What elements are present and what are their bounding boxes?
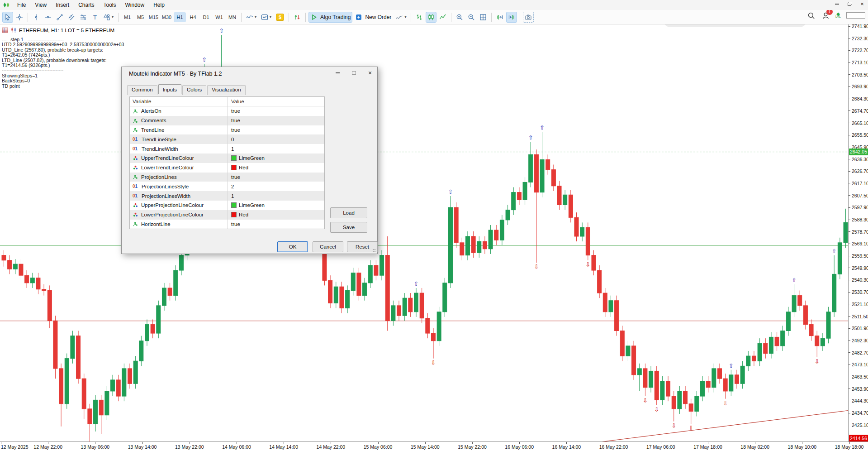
trend-line-tool[interactable] [54, 12, 65, 23]
screenshot-button[interactable] [523, 12, 534, 23]
value-cell[interactable]: true [227, 125, 324, 135]
input-row[interactable]: UpperTrendLineColourLimeGreen [130, 154, 324, 163]
input-row[interactable]: 01TrendLineWidth1 [130, 144, 324, 154]
zoom-in-button[interactable] [454, 12, 465, 23]
signal-up-arrow-icon: ⇧ [832, 248, 837, 254]
symbols-button[interactable]: $ [274, 12, 286, 23]
fibonacci-lines-tool[interactable] [78, 12, 89, 23]
value-cell[interactable]: 0 [227, 134, 324, 144]
timeframe-h4[interactable]: H4 [187, 12, 199, 22]
crosshair-tool[interactable] [14, 12, 25, 23]
value-cell[interactable]: true [227, 220, 324, 229]
input-row[interactable]: ProjectionLinestrue [130, 173, 324, 182]
dialog-maximize-button[interactable] [349, 69, 358, 77]
timeframe-h1[interactable]: H1 [174, 12, 186, 22]
value-cell[interactable]: 1 [227, 191, 324, 201]
trade-levels-button[interactable] [292, 12, 303, 23]
cancel-button[interactable]: Cancel [313, 241, 343, 252]
level-indicator[interactable]: ◆ LVL [835, 13, 841, 18]
value-cell[interactable]: true [227, 173, 324, 182]
menu-item-view[interactable]: View [30, 1, 51, 9]
dialog-minimize-button[interactable] [333, 69, 342, 77]
bars-chart-button[interactable] [414, 12, 425, 23]
cursor-tool[interactable] [2, 12, 13, 23]
time-tick-label: 14 May 14:00 [269, 444, 298, 450]
time-tick-label: 17 May 06:00 [646, 444, 675, 450]
value-cell[interactable]: true [227, 116, 324, 125]
ok-button[interactable]: OK [277, 241, 308, 252]
input-row[interactable]: 01ProjectionLinesStyle2 [130, 182, 324, 191]
input-row[interactable]: LowerProjectionLineColourRed [130, 210, 324, 220]
tick-mark [849, 256, 850, 256]
input-row[interactable]: 01TrendLineStyle0 [130, 134, 324, 144]
tab-colors[interactable]: Colors [182, 85, 206, 95]
input-row[interactable]: UpperProjectionLineColourLimeGreen [130, 201, 324, 210]
resize-grip[interactable] [373, 249, 376, 253]
profile-button[interactable]: 1 [821, 11, 830, 20]
projection-trend-line[interactable] [593, 410, 848, 441]
price-tick-label: 2674.70 [849, 108, 868, 114]
shift-end-button[interactable] [494, 12, 505, 23]
timeframe-m30[interactable]: M30 [161, 12, 173, 22]
depth-of-market-dropdown[interactable]: ▾ [394, 12, 408, 23]
tab-common[interactable]: Common [127, 85, 157, 95]
timeframe-mn[interactable]: MN [226, 12, 238, 22]
candlestick-chart-button[interactable] [426, 12, 436, 23]
vertical-line-tool[interactable] [31, 12, 42, 23]
tick-mark [849, 159, 850, 159]
value-cell[interactable]: LimeGreen [227, 201, 324, 210]
new-order-button[interactable]: New Order [353, 12, 393, 23]
load-button[interactable]: Load [330, 207, 367, 218]
timeframe-m5[interactable]: M5 [134, 12, 147, 22]
input-row[interactable]: 01ProjectionLinesWidth1 [130, 191, 324, 201]
minimize-button[interactable] [833, 1, 841, 7]
save-button[interactable]: Save [330, 222, 367, 233]
timeframe-m1[interactable]: M1 [121, 12, 133, 22]
dialog-window-controls: × [333, 69, 375, 77]
target-down-price-badge: 2414.56 [849, 435, 868, 441]
close-button[interactable]: × [858, 1, 866, 7]
menu-item-charts[interactable]: Charts [74, 1, 99, 9]
candle-down [569, 195, 573, 217]
menu-item-file[interactable]: File [13, 1, 30, 9]
algo-trading-button[interactable]: Algo Trading [308, 12, 352, 23]
indicators-dropdown[interactable]: ▾ [259, 12, 273, 23]
value-cell[interactable]: 2 [227, 182, 324, 191]
timeframe-w1[interactable]: W1 [213, 12, 225, 22]
horizontal-line-tool[interactable] [43, 12, 53, 23]
menu-item-insert[interactable]: Insert [51, 1, 74, 9]
input-row[interactable]: AlertsOntrue [130, 106, 324, 116]
tab-inputs[interactable]: Inputs [158, 84, 181, 94]
signal-up-arrow-icon: ⇧ [219, 27, 224, 34]
tile-windows-button[interactable] [478, 12, 489, 23]
input-row[interactable]: Commentstrue [130, 116, 324, 125]
tab-visualization[interactable]: Visualization [207, 85, 245, 95]
input-row[interactable]: HorizontLinetrue [130, 220, 324, 229]
menu-item-window[interactable]: Window [121, 1, 149, 9]
price-axis[interactable]: 2741.902732.302722.702713.102703.502693.… [848, 24, 868, 441]
menu-item-help[interactable]: Help [149, 1, 169, 9]
shapes-tool[interactable]: ▾ [101, 12, 115, 23]
value-cell[interactable]: true [227, 106, 324, 116]
value-cell[interactable]: Red [227, 163, 324, 173]
value-cell[interactable]: 1 [227, 144, 324, 154]
equidistant-channel-tool[interactable] [66, 12, 77, 23]
text-tool[interactable]: T [90, 12, 100, 23]
timeframe-m15[interactable]: M15 [147, 12, 160, 22]
value-cell[interactable]: LimeGreen [227, 154, 324, 163]
time-axis[interactable]: 12 May 202512 May 22:0013 May 06:0013 Ma… [0, 441, 868, 451]
candle-down [328, 280, 332, 303]
line-chart-button[interactable] [437, 12, 448, 23]
restore-button[interactable] [845, 1, 854, 7]
zoom-out-button[interactable] [466, 12, 477, 23]
chart-objects-dropdown[interactable]: ▾ [244, 12, 258, 23]
candle-up [729, 375, 733, 391]
auto-scroll-button[interactable] [506, 12, 517, 23]
menu-item-tools[interactable]: Tools [99, 1, 121, 9]
value-cell[interactable]: Red [227, 210, 324, 220]
dialog-close-button[interactable]: × [365, 69, 375, 77]
input-row[interactable]: LowerTrendLineColourRed [130, 163, 324, 173]
timeframe-d1[interactable]: D1 [200, 12, 212, 22]
input-row[interactable]: TrendLinetrue [130, 125, 324, 135]
search-button[interactable] [806, 11, 816, 20]
